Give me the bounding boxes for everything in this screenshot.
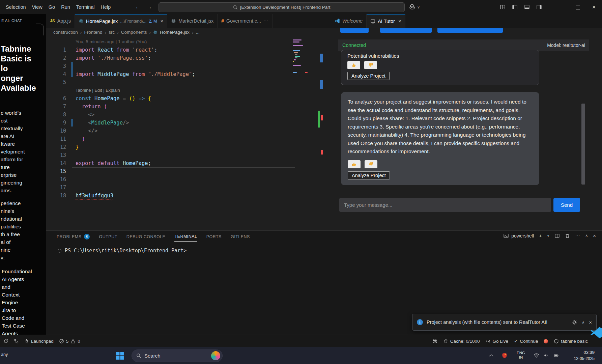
code-line[interactable]: 1import React from 'react'; [46, 46, 331, 54]
copilot-status-icon[interactable] [432, 338, 438, 344]
code-line[interactable]: 6const HomePage = () => { [46, 94, 331, 103]
analyze-project-button[interactable]: Analyze Project [348, 171, 390, 179]
wifi-icon[interactable] [534, 353, 539, 358]
gear-icon[interactable] [572, 319, 577, 325]
taskbar-app-photos[interactable] [227, 362, 240, 364]
breadcrumb-item[interactable]: src [109, 30, 115, 35]
shell-selector[interactable]: powershell [503, 233, 534, 239]
maximize-button[interactable] [570, 0, 586, 14]
menu-terminal[interactable]: Terminal [73, 0, 98, 14]
breadcrumb-item[interactable]: Frontend [84, 30, 102, 35]
code-line[interactable]: 13 [46, 151, 331, 159]
toolbar-button-stub[interactable] [340, 28, 369, 33]
breadcrumb-item[interactable]: construction [53, 30, 78, 35]
tabnine-item[interactable]: tabnine basic [554, 339, 588, 344]
toggle-sidebar-icon[interactable] [512, 4, 518, 10]
taskbar-search[interactable]: Search [132, 349, 223, 362]
volume-icon[interactable] [544, 353, 549, 358]
code-line[interactable]: 11 ) [46, 135, 331, 143]
chat-message-input[interactable] [339, 198, 551, 212]
tab-ai-tutor[interactable]: AI Tutor × [367, 14, 405, 28]
back-icon[interactable]: ← [133, 0, 143, 14]
close-notification-icon[interactable]: × [589, 319, 592, 325]
analyze-project-button[interactable]: Analyze Project [347, 72, 390, 80]
code-line[interactable]: 15 [46, 167, 331, 175]
panel-scrollbar[interactable] [581, 104, 585, 185]
tab-markerdetail-jsx[interactable]: MarkerDetail.jsx [167, 14, 218, 28]
source-control-branch-icon[interactable] [14, 339, 19, 344]
forward-icon[interactable]: → [144, 0, 154, 14]
panel-tab-ports[interactable]: PORTS [206, 234, 222, 242]
code-line[interactable]: 4import MiddlePage from "./MiddlePage"; [46, 70, 331, 78]
thumbs-down-button[interactable] [364, 61, 377, 69]
tab-actions-more-icon[interactable]: … [263, 17, 268, 22]
menu-selection[interactable]: Selection [3, 0, 29, 14]
maximize-panel-icon[interactable]: ∧ [585, 233, 588, 238]
send-button[interactable]: Send [553, 198, 580, 212]
minimap[interactable] [293, 39, 310, 79]
code-line[interactable]: 2import './HomePage.css'; [46, 54, 331, 62]
panel-tab-terminal[interactable]: TERMINAL [174, 234, 197, 242]
minimize-button[interactable]: – [553, 0, 570, 14]
codelens-actions[interactable]: Tabnine | Edit | Explain [46, 86, 331, 94]
tab-government-css[interactable]: # Government.c... … [218, 14, 272, 28]
launchpad-item[interactable]: Launchpad [24, 339, 54, 344]
breadcrumb-item[interactable]: Components [121, 30, 147, 35]
language-indicator[interactable]: ENG IN [517, 351, 525, 360]
terminal-content[interactable]: PS C:\Users\ritik\Desktop\Frontend Part> [58, 248, 187, 254]
problems-item[interactable]: 5 0 [59, 339, 80, 344]
menu-help[interactable]: Help [98, 0, 114, 14]
toggle-panel-icon[interactable] [524, 4, 530, 10]
collapse-notification-icon[interactable]: ∧ [582, 320, 584, 325]
close-tab-icon[interactable]: × [160, 18, 163, 24]
panel-tab-debug-console[interactable]: DEBUG CONSOLE [126, 234, 166, 242]
start-button[interactable] [113, 349, 126, 362]
code-line[interactable]: 7 return ( [46, 103, 331, 111]
split-terminal-icon[interactable] [554, 233, 560, 239]
breadcrumb-item-file[interactable]: HomePage.jsx [160, 30, 190, 35]
code-line[interactable]: 5 [46, 78, 331, 86]
code-line[interactable]: 16 [46, 175, 331, 184]
sync-icon[interactable] [3, 339, 8, 344]
new-terminal-icon[interactable]: + [539, 233, 542, 239]
code-line[interactable]: 18hf3wiuffggu3 [46, 192, 331, 200]
code-line[interactable]: 17 [46, 184, 331, 192]
terminal-dropdown-icon[interactable]: ∨ [547, 234, 549, 237]
menu-run[interactable]: Run [58, 0, 73, 14]
close-panel-icon[interactable]: × [593, 233, 596, 239]
more-actions-icon[interactable]: … [575, 231, 580, 237]
extension-status-icon[interactable] [544, 339, 548, 343]
code-line[interactable]: 8 <> [46, 111, 331, 119]
customize-layout-icon[interactable] [500, 4, 506, 10]
panel-tab-output[interactable]: OUTPUT [99, 234, 117, 242]
toolbar-button-stub[interactable] [437, 28, 503, 33]
thumbs-up-button[interactable] [348, 160, 361, 168]
battery-icon[interactable] [553, 353, 559, 358]
toolbar-button-stub[interactable] [380, 28, 432, 33]
taskbar-clock[interactable]: 03:39 12-05-2025 [574, 349, 595, 362]
panel-tab-problems[interactable]: PROBLEMS5 [57, 234, 90, 242]
tab-app-js[interactable]: JS App.js [46, 14, 75, 28]
tray-chevron-up-icon[interactable] [489, 354, 493, 357]
continue-item[interactable]: ✓ Continue [514, 338, 538, 344]
tab-homepage-jsx[interactable]: HomePage.jsx ...\Frontend\... 2, M × [75, 14, 167, 28]
breadcrumb-item[interactable]: ... [196, 30, 200, 35]
code-line[interactable]: 10 </> [46, 127, 331, 135]
code-line[interactable]: 3 [46, 62, 331, 70]
cache-item[interactable]: Cache: 0/1000 [443, 339, 480, 344]
panel-tab-gitlens[interactable]: GITLENS [231, 234, 250, 242]
kill-terminal-icon[interactable] [565, 233, 570, 239]
tab-welcome[interactable]: Welcome [331, 14, 367, 28]
code-line[interactable]: 9 <MiddlePage/> [46, 119, 331, 127]
code-line[interactable]: 12} [46, 143, 331, 151]
close-tab-icon[interactable]: × [398, 18, 401, 24]
command-center-search[interactable]: [Extension Development Host] Frontend Pa… [159, 2, 405, 12]
code-line[interactable]: 14export default HomePage; [46, 159, 331, 167]
thumbs-down-button[interactable] [365, 160, 377, 168]
code-editor[interactable]: You, 5 minutes ago | 1 author (You)1impo… [46, 37, 331, 230]
go-live-item[interactable]: Go Live [486, 339, 509, 344]
toggle-secondary-sidebar-icon[interactable] [536, 4, 542, 10]
copilot-menu[interactable]: ∨ [409, 0, 420, 14]
menu-go[interactable]: Go [46, 0, 58, 14]
tray-shield-icon[interactable] [502, 353, 507, 359]
